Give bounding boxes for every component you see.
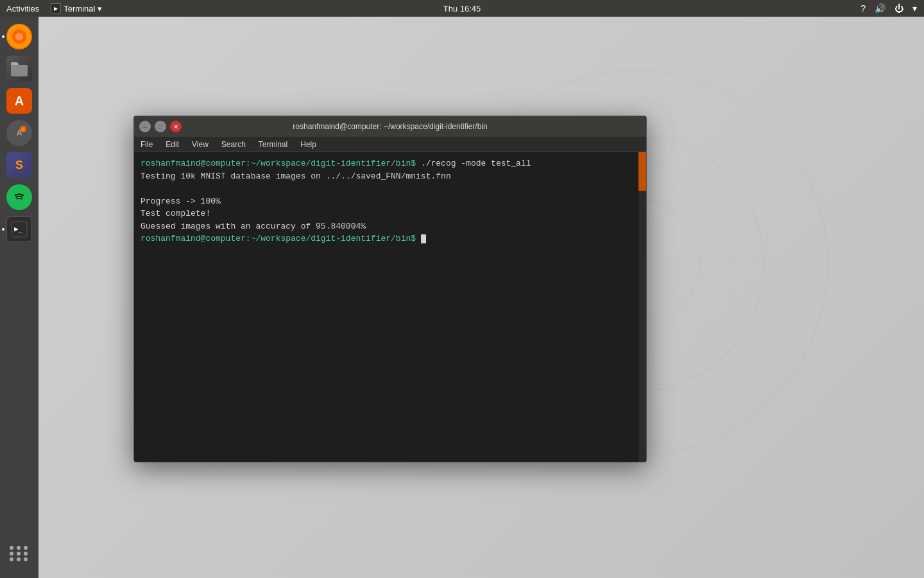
terminal-body-wrapper: roshanfmaind@computer:~/workspace/digit-… <box>134 152 646 462</box>
terminal-line-5: Test complete! <box>141 207 640 220</box>
terminal-scrollbar[interactable] <box>638 152 646 462</box>
terminal-menubar: File Edit View Search Terminal Help <box>134 137 646 152</box>
svg-text:↑: ↑ <box>22 127 24 132</box>
svg-point-8 <box>15 33 23 40</box>
topbar-clock[interactable]: Thu 16:45 <box>443 4 481 13</box>
dock-item-terminal[interactable]: ▶_ <box>6 216 33 243</box>
scrollbar-thumb[interactable] <box>638 152 646 191</box>
minimize-button[interactable]: – <box>139 121 151 132</box>
topbar-terminal-label: Terminal <box>64 4 95 13</box>
menu-search[interactable]: Search <box>215 137 252 152</box>
grid-icon <box>10 546 29 561</box>
dock-bottom <box>8 542 31 565</box>
menu-edit[interactable]: Edit <box>159 137 185 152</box>
svg-text:▶_: ▶_ <box>14 225 23 233</box>
terminal-line-6: Guessed images with an accuracy of 95.84… <box>141 220 640 233</box>
help-icon[interactable]: ? <box>859 3 868 13</box>
terminal-prompt-2: roshanfmaind@computer:~/workspace/digit-… <box>141 234 416 243</box>
svg-point-14 <box>12 189 27 205</box>
topbar-terminal-icon <box>51 3 61 13</box>
terminal-command-1: ./recog -mode test_all <box>416 159 531 168</box>
activities-label: Activities <box>6 4 39 13</box>
topbar-terminal-app[interactable]: Terminal ▾ <box>46 0 107 17</box>
window-controls: – □ ✕ <box>139 121 182 132</box>
system-menu-arrow[interactable]: ▾ <box>911 3 919 13</box>
topbar-terminal-arrow: ▾ <box>98 4 102 13</box>
terminal-line-1: roshanfmaind@computer:~/workspace/digit-… <box>141 157 640 170</box>
dock-item-files[interactable] <box>6 55 33 82</box>
dock: A A ↑ S <box>0 17 38 578</box>
dock-item-sublime[interactable]: S <box>6 152 33 179</box>
topbar-right: ? 🔊 ⏻ ▾ <box>859 3 924 13</box>
terminal-icon: ▶_ <box>6 216 32 242</box>
terminal-line-4: Progress -> 100% <box>141 195 640 208</box>
svg-rect-9 <box>11 65 28 76</box>
clock-label: Thu 16:45 <box>443 4 481 13</box>
dock-item-appstore[interactable]: A <box>6 87 33 114</box>
menu-help[interactable]: Help <box>294 137 323 152</box>
update-icon: A ↑ <box>6 120 32 146</box>
terminal-line-7: roshanfmaind@computer:~/workspace/digit-… <box>141 232 640 245</box>
files-icon <box>6 56 32 82</box>
dock-item-firefox[interactable] <box>6 23 33 50</box>
terminal-line-3 <box>141 182 640 195</box>
dock-item-update[interactable]: A ↑ <box>6 119 33 146</box>
terminal-output-6: Guessed images with an accuracy of 95.84… <box>141 222 366 231</box>
sublime-icon: S <box>6 152 32 178</box>
terminal-window: – □ ✕ roshanfmaind@computer: ~/workspace… <box>133 116 647 462</box>
topbar-left: Activities Terminal ▾ <box>0 0 107 17</box>
terminal-cursor <box>421 234 426 243</box>
show-apps-button[interactable] <box>8 542 31 565</box>
topbar: Activities Terminal ▾ Thu 16:45 ? 🔊 ⏻ ▾ <box>0 0 924 17</box>
menu-terminal[interactable]: Terminal <box>252 137 294 152</box>
power-icon[interactable]: ⏻ <box>893 3 905 13</box>
spotify-icon <box>6 184 32 210</box>
maximize-button[interactable]: □ <box>155 121 166 132</box>
activities-button[interactable]: Activities <box>0 0 46 17</box>
terminal-prompt-1: roshanfmaind@computer:~/workspace/digit-… <box>141 159 416 168</box>
appstore-icon: A <box>6 88 32 114</box>
desktop: Activities Terminal ▾ Thu 16:45 ? 🔊 ⏻ ▾ <box>0 0 924 578</box>
close-button[interactable]: ✕ <box>170 121 182 132</box>
menu-file[interactable]: File <box>134 137 159 152</box>
terminal-command-2 <box>416 234 421 243</box>
terminal-output-5: Test complete! <box>141 209 210 218</box>
terminal-titlebar: – □ ✕ roshanfmaind@computer: ~/workspace… <box>134 116 646 137</box>
terminal-output-4: Progress -> 100% <box>141 197 221 206</box>
firefox-icon <box>6 24 32 49</box>
terminal-line-2: Testing 10k MNIST database images on ../… <box>141 170 640 183</box>
terminal-content[interactable]: roshanfmaind@computer:~/workspace/digit-… <box>134 152 646 462</box>
terminal-output-2: Testing 10k MNIST database images on ../… <box>141 171 451 181</box>
dock-item-spotify[interactable] <box>6 184 33 211</box>
menu-view[interactable]: View <box>185 137 215 152</box>
terminal-window-title: roshanfmaind@computer: ~/workspace/digit… <box>293 122 487 131</box>
volume-icon[interactable]: 🔊 <box>873 3 887 13</box>
